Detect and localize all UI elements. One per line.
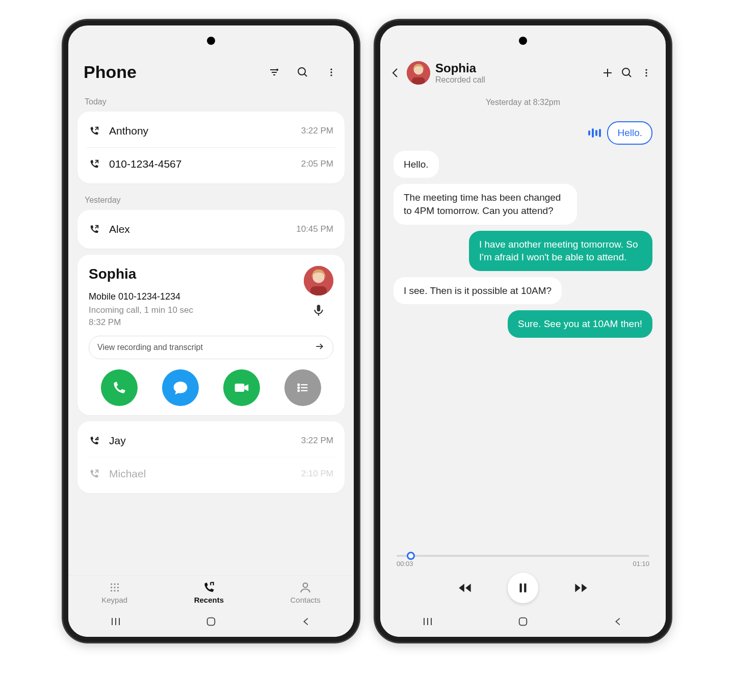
system-nav bbox=[68, 607, 354, 637]
more-icon[interactable] bbox=[639, 66, 653, 80]
expanded-number: Mobile 010-1234-1234 bbox=[89, 291, 304, 302]
svg-point-34 bbox=[117, 590, 119, 591]
svg-point-28 bbox=[117, 583, 119, 585]
svg-point-49 bbox=[645, 75, 647, 76]
svg-point-26 bbox=[111, 583, 112, 585]
seek-thumb[interactable] bbox=[407, 552, 415, 560]
chat-name: Sophia bbox=[435, 61, 595, 75]
nav-recents-icon[interactable] bbox=[109, 614, 123, 629]
expanded-contact-card: Sophia Mobile 010-1234-1234 Incoming cal… bbox=[77, 255, 345, 415]
message-row: Sure. See you at 10AM then! bbox=[394, 310, 652, 338]
header-actions bbox=[267, 65, 338, 79]
tab-label: Recents bbox=[194, 596, 224, 604]
nav-back-icon[interactable] bbox=[299, 614, 313, 629]
call-row[interactable]: 010-1234-4567 2:05 PM bbox=[87, 147, 335, 180]
call-name: 010-1234-4567 bbox=[109, 158, 301, 170]
view-transcript-button[interactable]: View recording and transcript bbox=[89, 336, 333, 359]
call-row[interactable]: Michael 2:10 PM bbox=[87, 457, 335, 490]
svg-point-6 bbox=[330, 71, 332, 73]
tab-label: Keypad bbox=[101, 596, 127, 604]
transcript-label: View recording and transcript bbox=[97, 343, 203, 352]
back-button[interactable] bbox=[389, 67, 402, 79]
incoming-bubble[interactable]: I see. Then is it possible at 10AM? bbox=[394, 277, 562, 305]
nav-home-icon[interactable] bbox=[204, 614, 218, 629]
svg-point-27 bbox=[114, 583, 115, 585]
nav-home-icon[interactable] bbox=[516, 614, 530, 629]
transcription-echo-row: Hello. bbox=[394, 121, 652, 145]
svg-point-31 bbox=[117, 586, 119, 588]
avatar[interactable] bbox=[407, 61, 430, 85]
svg-point-3 bbox=[298, 68, 305, 75]
recents-icon bbox=[202, 581, 216, 594]
svg-rect-55 bbox=[519, 618, 527, 626]
svg-rect-42 bbox=[412, 77, 425, 85]
call-row[interactable]: Alex 10:45 PM bbox=[87, 213, 335, 246]
call-row[interactable]: Anthony 3:22 PM bbox=[87, 115, 335, 147]
filter-icon[interactable] bbox=[267, 65, 281, 79]
side-button bbox=[358, 127, 359, 173]
total-time: 01:10 bbox=[633, 560, 649, 568]
chat-body[interactable]: Hello. Hello. The meeting time has been … bbox=[380, 112, 666, 551]
outgoing-call-icon bbox=[89, 224, 100, 235]
tab-keypad[interactable]: Keypad bbox=[101, 581, 127, 604]
expanded-name: Sophia bbox=[89, 266, 304, 282]
message-row: The meeting time has been changed to 4PM… bbox=[394, 184, 652, 224]
svg-point-22 bbox=[298, 390, 299, 391]
svg-point-18 bbox=[298, 384, 299, 385]
outgoing-bubble[interactable]: Sure. See you at 10AM then! bbox=[508, 310, 652, 338]
conversation-timestamp: Yesterday at 8:32pm bbox=[380, 89, 666, 112]
search-icon[interactable] bbox=[296, 65, 310, 79]
svg-point-35 bbox=[303, 583, 308, 587]
svg-point-47 bbox=[645, 69, 647, 71]
video-button[interactable] bbox=[223, 369, 260, 406]
svg-point-30 bbox=[114, 586, 115, 588]
svg-point-33 bbox=[114, 590, 115, 591]
chat-subtitle: Recorded call bbox=[435, 75, 595, 85]
today-card: Anthony 3:22 PM 010-1234-4567 2:05 PM bbox=[77, 112, 345, 183]
nav-recents-icon[interactable] bbox=[421, 614, 435, 629]
svg-rect-17 bbox=[235, 384, 245, 392]
chat-header: Sophia Recorded call bbox=[380, 53, 666, 89]
call-time: 2:05 PM bbox=[301, 159, 333, 169]
side-button bbox=[670, 183, 671, 229]
message-row: I have another meeting tomorrow. So I'm … bbox=[394, 231, 652, 271]
incoming-bubble[interactable]: Hello. bbox=[394, 151, 439, 178]
forward-button[interactable] bbox=[573, 580, 589, 596]
more-icon[interactable] bbox=[324, 65, 338, 79]
tab-bar: Keypad Recents Contacts bbox=[68, 575, 354, 607]
outgoing-call-icon bbox=[89, 468, 100, 479]
call-list[interactable]: Today Anthony 3:22 PM bbox=[68, 87, 354, 575]
call-time: 3:22 PM bbox=[301, 126, 333, 136]
phone-device-transcript: Sophia Recorded call Yesterday at 8:32pm… bbox=[375, 20, 671, 642]
elapsed-time: 00:03 bbox=[397, 560, 413, 568]
outgoing-call-icon bbox=[89, 158, 100, 170]
outgoing-call-icon bbox=[89, 125, 100, 137]
action-row bbox=[89, 369, 333, 406]
pause-button[interactable] bbox=[508, 573, 538, 603]
system-nav bbox=[380, 607, 666, 637]
svg-point-20 bbox=[298, 387, 299, 388]
details-button[interactable] bbox=[284, 369, 321, 406]
add-icon[interactable] bbox=[600, 66, 615, 80]
incoming-bubble[interactable]: The meeting time has been changed to 4PM… bbox=[394, 184, 577, 224]
svg-point-48 bbox=[645, 72, 647, 73]
svg-rect-51 bbox=[524, 583, 526, 592]
echo-bubble[interactable]: Hello. bbox=[607, 121, 652, 145]
call-time: 2:10 PM bbox=[301, 469, 333, 479]
svg-rect-50 bbox=[520, 583, 522, 592]
call-button[interactable] bbox=[101, 369, 138, 406]
message-button[interactable] bbox=[162, 369, 199, 406]
rewind-button[interactable] bbox=[457, 580, 473, 596]
voice-wave-icon bbox=[588, 121, 601, 145]
call-row[interactable]: Jay 3:22 PM bbox=[87, 424, 335, 457]
tab-contacts[interactable]: Contacts bbox=[291, 581, 321, 604]
nav-back-icon[interactable] bbox=[611, 614, 625, 629]
seek-track[interactable] bbox=[397, 555, 649, 557]
incoming-call-icon bbox=[89, 435, 100, 446]
search-icon[interactable] bbox=[620, 66, 634, 80]
section-yesterday-label: Yesterday bbox=[68, 185, 354, 210]
tab-recents[interactable]: Recents bbox=[194, 581, 224, 604]
phone-device-recents: Phone bbox=[63, 20, 359, 642]
avatar[interactable] bbox=[304, 266, 333, 295]
outgoing-bubble[interactable]: I have another meeting tomorrow. So I'm … bbox=[469, 231, 652, 271]
